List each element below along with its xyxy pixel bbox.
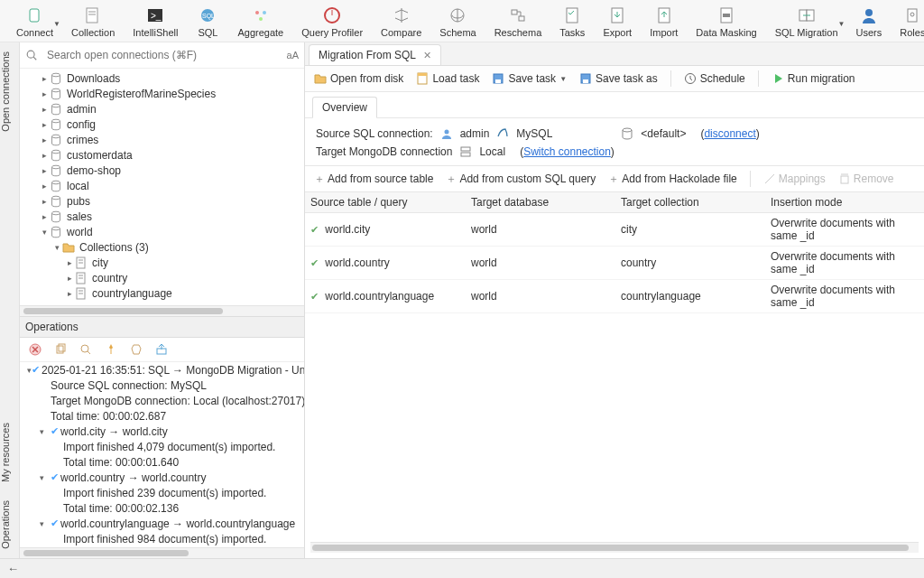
vtab-operations[interactable]: Operations [0,491,11,558]
toolbar-query-profiler[interactable]: Query Profiler [292,5,372,38]
caret-icon[interactable]: ▸ [40,105,49,114]
ops-search-icon[interactable] [78,341,94,358]
col-mode[interactable]: Insertion mode [765,192,924,212]
toolbar-sql-migration[interactable]: SQL Migration▼ [766,5,847,38]
ops-stop-icon[interactable] [27,341,43,358]
caret-icon[interactable]: ▸ [40,120,49,129]
toolbar-sql[interactable]: SQLSQL [187,5,228,38]
toolbar-reschema[interactable]: Reschema [485,5,551,38]
log-row[interactable]: ▾✔world.country → world.country [20,470,304,485]
table-row[interactable]: ✔ world.countrylanguageworldcountrylangu… [305,280,924,313]
caret-icon[interactable]: ▸ [40,212,49,221]
log-row[interactable]: ▾✔world.countrylanguage → world.countryl… [20,516,304,531]
tree-item[interactable]: ▸sales [20,209,304,224]
caret-icon[interactable]: ▸ [40,197,49,206]
tree-item[interactable]: ▸customerdata [20,147,304,163]
tree-item[interactable]: ▸WorldRegisterofMarineSpecies [20,86,304,101]
caret-icon[interactable]: ▸ [40,182,49,191]
toolbar-export[interactable]: Export [594,5,641,38]
switch-connection-link[interactable]: Switch connection [523,145,611,158]
toolbar-tasks[interactable]: Tasks [550,5,594,38]
tree-item[interactable]: ▸admin [20,101,304,117]
search-input[interactable] [43,46,282,64]
svg-point-31 [52,135,60,138]
caret-icon[interactable]: ▸ [40,135,49,144]
save-task-as-button[interactable]: Save task as [579,72,658,85]
log-row[interactable]: ▾✔2025-01-21 16:35:51: SQL → MongoDB Mig… [20,362,304,378]
caret-icon[interactable]: ▸ [40,89,49,98]
toolbar-intellishell[interactable]: >_IntelliShell [124,5,187,38]
ops-export-icon[interactable] [153,341,170,358]
caret-icon[interactable]: ▸ [65,274,74,283]
log-row[interactable]: Source SQL connection: MySQL [20,378,304,393]
tree-item[interactable]: ▸city [20,255,304,270]
load-task-button[interactable]: Load task [416,72,479,85]
caret-icon[interactable]: ▾ [40,519,51,528]
tree-item[interactable]: ▸pubs [20,193,304,209]
log-row[interactable]: Total time: 00:00:01.640 [20,454,304,470]
col-source[interactable]: Source table / query [305,192,466,212]
log-row[interactable]: Total time: 00:00:02.136 [20,500,304,516]
log-row[interactable]: Total time: 00:00:02.687 [20,408,304,424]
table-row[interactable]: ✔ world.countryworldcountryOverwrite doc… [305,247,924,280]
ops-pin-icon[interactable] [103,341,119,358]
log-row[interactable]: Import finished 984 document(s) imported… [20,531,304,546]
table-h-scrollbar[interactable] [310,542,919,553]
log-row[interactable]: ▾✔world.city → world.city [20,424,304,439]
col-target-coll[interactable]: Target collection [615,192,765,212]
log-row[interactable]: Import finished 4,079 document(s) import… [20,439,304,454]
tree-item[interactable]: ▸config [20,117,304,132]
back-icon[interactable]: ← [7,562,19,575]
caret-icon[interactable]: ▾ [52,243,61,252]
log-row[interactable]: Import finished 239 document(s) imported… [20,485,304,500]
tree-item[interactable]: ▸country [20,270,304,285]
vtab-open-connections[interactable]: Open connections [0,42,19,141]
schedule-button[interactable]: Schedule [684,72,745,85]
overview-tab[interactable]: Overview [312,97,377,118]
toolbar-users[interactable]: Users [847,5,892,38]
add-from-hackolade-button[interactable]: ＋Add from Hackolade file [608,172,736,187]
toolbar-import[interactable]: Import [641,5,687,38]
toolbar-collection[interactable]: Collection [62,5,124,38]
tree-h-scrollbar[interactable] [20,305,304,316]
tab-migration[interactable]: Migration From SQL ✕ [309,44,441,65]
log-row[interactable]: Target MongoDB connection: Local (localh… [20,393,304,408]
save-task-button[interactable]: Save task▼ [492,72,567,85]
connection-tree[interactable]: ▸Downloads▸WorldRegisterofMarineSpecies▸… [20,69,304,305]
add-from-source-button[interactable]: ＋Add from source table [314,172,433,187]
caret-icon[interactable]: ▾ [40,228,49,237]
disconnect-link[interactable]: disconnect [704,127,755,140]
tree-item[interactable]: ▾world [20,224,304,239]
run-migration-button[interactable]: Run migration [772,72,855,85]
caret-icon[interactable]: ▸ [65,289,74,298]
toolbar-compare[interactable]: Compare [372,5,430,38]
ops-clear-icon[interactable] [128,341,144,358]
toolbar-schema[interactable]: Schema [430,5,485,38]
caret-icon[interactable]: ▾ [40,427,51,436]
open-from-disk-button[interactable]: Open from disk [314,72,403,85]
caret-icon[interactable]: ▸ [40,151,49,160]
toolbar-data-masking[interactable]: Data Masking [687,5,765,38]
toolbar-roles[interactable]: Roles [891,5,924,38]
tree-item[interactable]: ▸Downloads [20,70,304,86]
col-target-db[interactable]: Target database [466,192,615,212]
close-icon[interactable]: ✕ [423,50,431,61]
add-from-sql-button[interactable]: ＋Add from custom SQL query [446,172,596,187]
caret-icon[interactable]: ▸ [40,166,49,175]
tree-item[interactable]: ▸local [20,178,304,193]
tree-item[interactable]: ▸countrylanguage [20,285,304,301]
toolbar-aggregate[interactable]: Aggregate [228,5,292,38]
vtab-my-resources[interactable]: My resources [0,414,11,491]
operations-log[interactable]: ▾✔2025-01-21 16:35:51: SQL → MongoDB Mig… [20,362,304,547]
caret-icon[interactable]: ▸ [65,258,74,267]
toolbar-connect[interactable]: Connect▼ [7,5,62,38]
tree-item[interactable]: ▾Collections (3) [20,239,304,255]
tree-item[interactable]: ▸crimes [20,132,304,147]
caret-icon[interactable]: ▾ [40,473,51,482]
caret-icon[interactable]: ▸ [40,74,49,83]
table-row[interactable]: ✔ world.cityworldcityOverwrite documents… [305,213,924,247]
match-case-toggle[interactable]: aA [287,50,299,61]
tree-item[interactable]: ▸demo-shop [20,163,304,178]
ops-copy-icon[interactable] [52,341,69,358]
ops-h-scrollbar[interactable] [20,547,304,558]
